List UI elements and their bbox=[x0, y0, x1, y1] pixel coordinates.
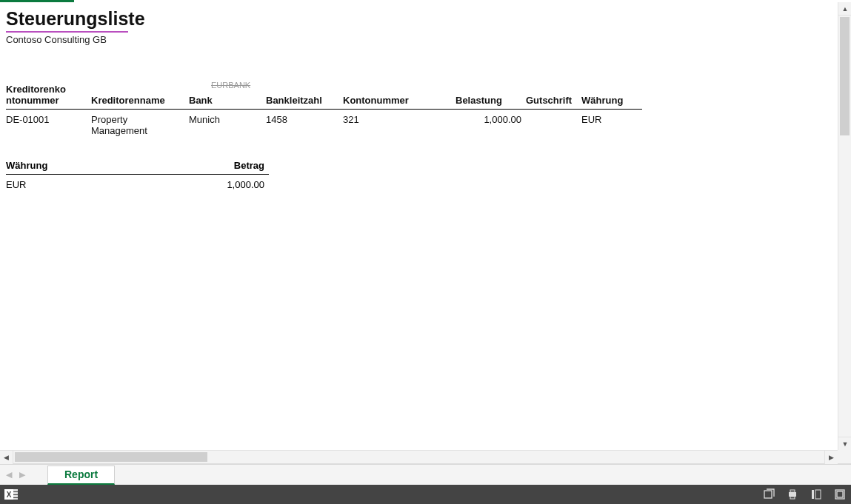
sheet-tab-row: ◀ ▶ Report bbox=[0, 464, 851, 485]
refresh-icon[interactable] bbox=[762, 488, 775, 501]
scroll-down-arrow-icon[interactable]: ▼ bbox=[838, 437, 851, 450]
svg-rect-7 bbox=[789, 492, 796, 497]
excel-app-icon: X bbox=[4, 488, 19, 501]
svg-rect-11 bbox=[815, 490, 821, 499]
cell-bankleitzahl: 1458 bbox=[266, 110, 343, 141]
sheet-nav-next-icon[interactable]: ▶ bbox=[19, 470, 25, 480]
report-viewport: Steuerungsliste Contoso Consulting GB Kr… bbox=[0, 2, 851, 464]
report-subtitle: Contoso Consulting GB bbox=[6, 34, 832, 45]
main-report-table: Kreditorenko ntonummer Kreditorenname Ba… bbox=[6, 82, 642, 141]
summary-row: EUR 1,000.00 bbox=[6, 175, 269, 195]
svg-rect-2 bbox=[13, 489, 18, 491]
col-header-waehrung: Währung bbox=[581, 82, 642, 110]
col-header-kreditorenname: Kreditorenname bbox=[91, 82, 189, 110]
scroll-right-arrow-icon[interactable]: ▶ bbox=[824, 451, 838, 464]
status-bar-right bbox=[762, 488, 847, 501]
cell-gutschrift bbox=[526, 110, 581, 141]
col-header-bankleitzahl: Bankleitzahl bbox=[266, 82, 343, 110]
cell-bank: Munich bbox=[189, 110, 266, 141]
vertical-scrollbar[interactable]: ▲ ▼ bbox=[838, 2, 851, 450]
svg-rect-9 bbox=[790, 497, 795, 499]
vertical-scroll-thumb[interactable] bbox=[840, 17, 850, 135]
horizontal-scroll-thumb[interactable] bbox=[15, 452, 207, 462]
cell-waehrung: EUR bbox=[581, 110, 642, 141]
svg-rect-8 bbox=[790, 490, 795, 492]
svg-rect-4 bbox=[13, 495, 18, 497]
col-header-gutschrift: Gutschrift bbox=[526, 82, 581, 110]
status-bar: X bbox=[0, 485, 851, 504]
table-header-row: Kreditorenko ntonummer Kreditorenname Ba… bbox=[6, 82, 642, 110]
col-header-kontonummer: Kontonummer bbox=[343, 82, 455, 110]
svg-text:X: X bbox=[7, 491, 12, 499]
cell-belastung: 1,000.00 bbox=[455, 110, 526, 141]
svg-rect-10 bbox=[812, 490, 814, 499]
page-view-icon[interactable] bbox=[810, 488, 823, 501]
horizontal-scrollbar[interactable]: ◀ ▶ bbox=[0, 450, 838, 463]
ghost-bank-text: EURBANK bbox=[211, 81, 250, 90]
summary-col-waehrung: Währung bbox=[6, 158, 202, 175]
cell-kontonummer: 321 bbox=[343, 110, 455, 141]
svg-rect-13 bbox=[837, 491, 843, 497]
sheet-nav-arrows: ◀ ▶ bbox=[6, 470, 25, 480]
tab-report[interactable]: Report bbox=[47, 466, 115, 485]
fullscreen-icon[interactable] bbox=[833, 488, 847, 501]
col-header-belastung: Belastung bbox=[455, 82, 526, 110]
tab-report-label: Report bbox=[64, 468, 98, 480]
print-icon[interactable] bbox=[786, 488, 799, 501]
svg-rect-6 bbox=[764, 491, 772, 498]
cell-kreditorenkontonummer: DE-01001 bbox=[6, 110, 91, 141]
title-underline bbox=[6, 31, 128, 33]
app-window: Steuerungsliste Contoso Consulting GB Kr… bbox=[0, 0, 851, 504]
sheet-nav-prev-icon[interactable]: ◀ bbox=[6, 470, 12, 480]
summary-header-row: Währung Betrag bbox=[6, 158, 269, 175]
svg-rect-3 bbox=[13, 492, 18, 494]
col-header-kreditorenkontonummer: Kreditorenko ntonummer bbox=[6, 82, 91, 110]
report-content: Steuerungsliste Contoso Consulting GB Kr… bbox=[0, 2, 838, 450]
summary-cell-waehrung: EUR bbox=[6, 175, 202, 195]
scroll-up-arrow-icon[interactable]: ▲ bbox=[838, 2, 851, 16]
summary-col-betrag: Betrag bbox=[202, 158, 269, 175]
svg-rect-5 bbox=[13, 498, 18, 500]
summary-cell-betrag: 1,000.00 bbox=[202, 175, 269, 195]
table-row: DE-01001 Property Management Munich 1458… bbox=[6, 110, 642, 141]
scroll-left-arrow-icon[interactable]: ◀ bbox=[0, 451, 13, 464]
scrollbar-corner bbox=[838, 450, 851, 463]
cell-kreditorenname: Property Management bbox=[91, 110, 189, 141]
summary-table: Währung Betrag EUR 1,000.00 bbox=[6, 158, 269, 195]
report-title: Steuerungsliste bbox=[6, 8, 832, 30]
